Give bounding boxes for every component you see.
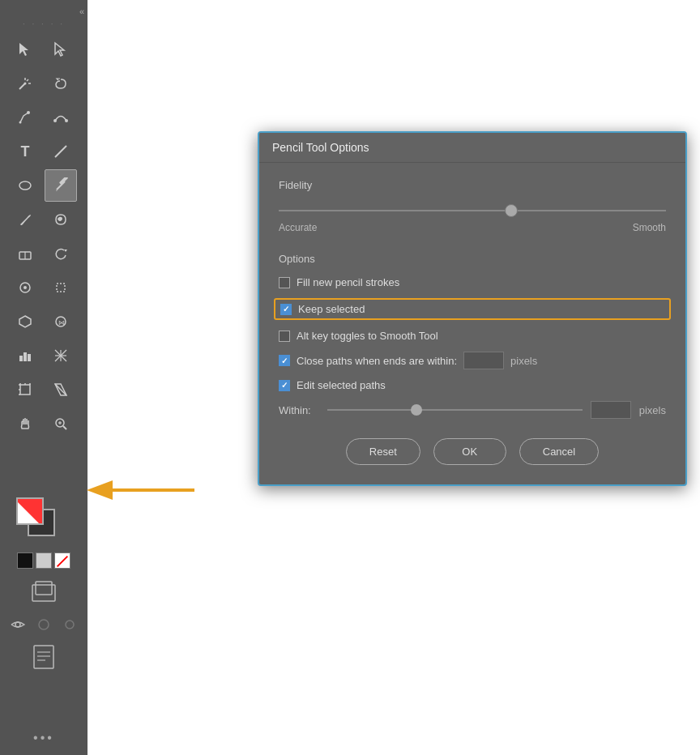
fill-pencil-strokes-checkbox[interactable] xyxy=(279,277,290,288)
alt-key-toggles-row: Alt key toggles to Smooth Tool xyxy=(279,330,666,342)
keep-selected-checkbox[interactable] xyxy=(280,304,292,315)
options-label: Options xyxy=(279,253,666,265)
fidelity-section: Fidelity Accurate Smooth xyxy=(279,179,666,233)
reset-button[interactable]: Reset xyxy=(346,438,420,465)
within-slider-container xyxy=(327,403,583,416)
fidelity-slider-thumb[interactable] xyxy=(505,204,518,217)
fill-color-box[interactable] xyxy=(16,497,44,525)
close-paths-row: Close paths when ends are within: 15 pix… xyxy=(279,352,666,369)
within-unit: pixels xyxy=(639,404,666,416)
fill-pencil-strokes-row: Fill new pencil strokes xyxy=(279,276,666,288)
dialog-body: Fidelity Accurate Smooth Options Fill ne… xyxy=(259,163,685,484)
fidelity-min-label: Accurate xyxy=(279,222,317,233)
fidelity-slider-labels: Accurate Smooth xyxy=(279,222,666,233)
within-label: Within: xyxy=(279,404,319,416)
cancel-button[interactable]: Cancel xyxy=(519,438,599,465)
dialog-title: Pencil Tool Options xyxy=(272,141,369,154)
close-paths-input[interactable]: 15 xyxy=(463,352,504,369)
fidelity-slider-track xyxy=(279,210,666,211)
options-section: Options Fill new pencil strokes Keep sel… xyxy=(279,253,666,419)
dialog-buttons: Reset OK Cancel xyxy=(279,432,666,465)
pencil-tool-options-dialog: Pencil Tool Options Fidelity Accurate Sm… xyxy=(258,131,687,486)
close-paths-checkbox[interactable] xyxy=(279,355,290,366)
within-input[interactable]: 6 xyxy=(591,401,631,419)
fidelity-max-label: Smooth xyxy=(633,222,666,233)
fidelity-slider-container xyxy=(279,203,666,219)
dialog-title-bar: Pencil Tool Options xyxy=(259,133,685,163)
dialog-overlay: Pencil Tool Options Fidelity Accurate Sm… xyxy=(0,0,700,755)
fill-pencil-strokes-label: Fill new pencil strokes xyxy=(297,276,399,288)
keep-selected-row: Keep selected xyxy=(274,298,671,320)
keep-selected-label: Keep selected xyxy=(298,303,365,315)
edit-selected-paths-row: Edit selected paths xyxy=(279,379,666,391)
close-paths-unit: pixels xyxy=(510,355,537,367)
edit-selected-paths-checkbox[interactable] xyxy=(279,380,290,391)
edit-selected-paths-label: Edit selected paths xyxy=(297,379,386,391)
within-slider-track xyxy=(327,409,583,411)
alt-key-toggles-label: Alt key toggles to Smooth Tool xyxy=(297,330,438,342)
ok-button[interactable]: OK xyxy=(433,438,506,465)
close-paths-label: Close paths when ends are within: xyxy=(297,355,457,367)
fidelity-label: Fidelity xyxy=(279,179,666,191)
within-slider-thumb[interactable] xyxy=(411,404,422,416)
alt-key-toggles-checkbox[interactable] xyxy=(279,331,290,342)
within-row: Within: 6 pixels xyxy=(279,401,666,419)
